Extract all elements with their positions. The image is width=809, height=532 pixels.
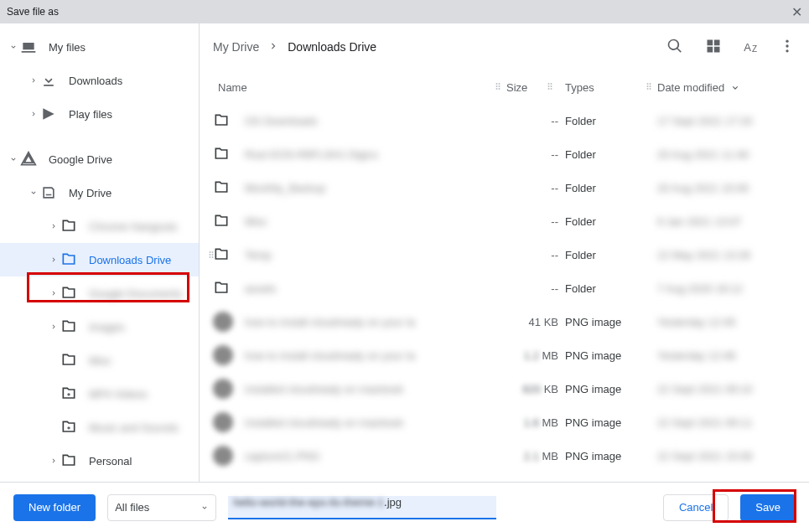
folder-icon [60,218,77,235]
chevron-right-icon [267,40,279,54]
file-row[interactable]: how to install cloudready on your la41 K… [200,305,809,338]
folder-icon [213,213,230,230]
chevron-right-icon[interactable] [47,421,60,434]
file-list: OS Downloads--Folder17 Sept 2021 17:20Ro… [200,104,809,482]
file-date: 22 Sept 2021 15:06 [657,450,796,462]
sidebar-item[interactable]: My Drive [0,176,199,209]
file-row[interactable]: Root EOS-R6FLSH1 Digics--Folder20 Aug 20… [200,137,809,171]
folder-icon [60,285,77,302]
chevron-right-icon[interactable] [47,287,60,300]
folder-icon [60,452,77,469]
sort-az-button[interactable]: AZ [744,41,757,54]
drive-icon [20,151,37,168]
grid-view-icon[interactable] [705,38,722,57]
sidebar-item[interactable]: Images [0,310,199,343]
sidebar-item[interactable]: Play files [0,97,199,131]
chevron-right-icon[interactable] [27,107,40,121]
chevron-down-icon[interactable] [7,152,20,166]
chevron-right-icon[interactable] [47,253,60,266]
sidebar-item[interactable]: Chrome Hangouts [0,209,199,243]
file-size: 1.6 MB [506,416,565,429]
column-name[interactable]: Name [213,81,506,94]
file-date: 20 Aug 2021 10:00 [657,182,796,194]
laptop-icon [20,39,37,55]
file-row[interactable]: Monthly_Backup--Folder20 Aug 2021 10:00 [200,171,809,204]
cancel-button[interactable]: Cancel [663,494,729,521]
chevron-right-icon[interactable] [27,74,40,87]
image-thumbnail [213,312,233,332]
file-row[interactable]: Misc--Folder9 Jan 2021 13:07 [200,204,809,238]
column-types[interactable]: Types [565,81,657,94]
folder-icon [60,251,77,268]
sidebar-item[interactable]: Google Drive [0,142,199,176]
folder-icon [213,179,230,196]
file-size: 820 KB [506,383,565,395]
sidebar-item[interactable]: Personal [0,444,199,478]
file-date: 9 Jan 2021 13:07 [657,215,796,228]
sidebar-item[interactable]: My files [0,30,199,64]
footer: New folder All files hello-world-the-eps… [0,482,809,532]
sidebar-item[interactable]: Music and Sounds [0,411,199,444]
titlebar: Save file as ✕ [0,0,809,23]
file-size: -- [506,182,565,194]
sidebar-item-label: Downloads Drive [89,254,171,266]
shared-folder-icon [60,419,77,436]
file-list-header: Name Size Types Date modified [200,70,809,104]
folder-icon [60,318,77,335]
file-name: how to install cloudready on your la [245,349,506,362]
file-type: PNG image [565,316,657,328]
sidebar-item[interactable]: Google Documents [0,276,199,310]
file-name: Monthly_Backup [245,182,506,194]
file-size: -- [506,249,565,261]
file-row[interactable]: how to install cloudready on your la1.2 … [200,338,809,372]
more-icon[interactable] [779,38,796,57]
file-row[interactable]: OS Downloads--Folder17 Sept 2021 17:20 [200,104,809,137]
file-type: PNG image [565,450,657,462]
column-date[interactable]: Date modified [657,80,796,95]
breadcrumb-item[interactable]: My Drive [213,40,259,54]
chevron-right-icon[interactable] [47,354,60,367]
file-date: 22 May 2021 13:26 [657,249,796,261]
chevron-right-icon[interactable] [47,320,60,333]
file-name: Misc [245,215,506,228]
new-folder-button[interactable]: New folder [13,494,96,521]
sidebar: My filesDownloadsPlay filesGoogle DriveM… [0,23,200,482]
folder-icon [213,112,230,129]
file-type: PNG image [565,416,657,429]
file-row[interactable]: installed cloudready on macbook820 KBPNG… [200,372,809,405]
sidebar-item-label: My Drive [69,187,111,199]
sidebar-item[interactable]: Downloads Drive [0,243,199,276]
search-icon[interactable] [666,38,683,57]
filename-input[interactable]: hello-world-the-eps-its-theme-1.jpg [228,496,496,519]
chevron-right-icon[interactable] [47,454,60,467]
sidebar-item[interactable]: Downloads [0,64,199,97]
file-type: PNG image [565,383,657,395]
chevron-right-icon[interactable] [47,387,60,400]
file-date: Yesterday 12:46 [657,349,796,362]
file-size: 1.2 MB [506,349,565,362]
close-icon[interactable]: ✕ [791,4,802,20]
file-row[interactable]: capture21.PNG2.1 MBPNG image22 Sept 2021… [200,439,809,473]
sidebar-item[interactable]: Misc [0,343,199,377]
file-row[interactable]: assets--Folder7 Aug 2020 16:12 [200,271,809,305]
chevron-down-icon[interactable] [7,40,20,54]
file-name: how to install cloudready on your la [245,316,506,328]
chevron-down-icon[interactable] [27,186,40,199]
folder-icon [213,146,230,163]
column-size[interactable]: Size [506,81,565,94]
play-icon [40,106,57,122]
file-row[interactable]: installed cloudready on macbook1.6 MBPNG… [200,405,809,439]
drag-handle-icon[interactable] [206,250,216,262]
download-icon [40,72,57,89]
save-button[interactable]: Save [740,494,796,521]
file-type: Folder [565,115,657,127]
file-row[interactable]: Temp--Folder22 May 2021 13:26 [200,238,809,271]
file-size: -- [506,115,565,127]
chevron-right-icon[interactable] [47,220,60,233]
file-type-select[interactable]: All files [107,494,216,521]
image-thumbnail [213,412,233,432]
file-name: Temp [245,249,506,261]
breadcrumb-item[interactable]: Downloads Drive [288,40,376,54]
folder-icon [60,352,77,369]
sidebar-item[interactable]: MP4 Videos [0,377,199,411]
